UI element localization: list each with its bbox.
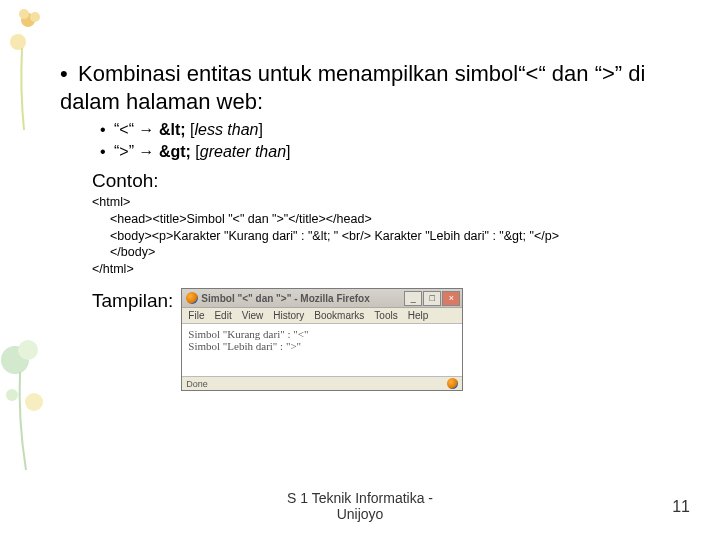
window-buttons: _ □ × [404, 291, 460, 306]
menu-file[interactable]: File [188, 310, 204, 321]
maximize-button[interactable]: □ [423, 291, 441, 306]
entity-code: &lt; [159, 121, 186, 138]
tampilan-label: Tampilan: [92, 288, 173, 312]
code-line: <head><title>Simbol "<" dan ">"</title><… [92, 211, 700, 228]
window-title: Simbol "<" dan ">" - Mozilla Firefox [201, 293, 369, 304]
menu-view[interactable]: View [242, 310, 264, 321]
entity-meaning: greater than [200, 143, 286, 160]
entity-code: &gt; [159, 143, 191, 160]
menu-bookmarks[interactable]: Bookmarks [314, 310, 364, 321]
svg-point-1 [19, 9, 29, 19]
slide-content: •Kombinasi entitas untuk menampilkan sim… [60, 60, 700, 391]
main-bullet-text: Kombinasi entitas untuk menampilkan simb… [60, 61, 645, 114]
svg-point-3 [10, 34, 26, 50]
svg-point-6 [6, 389, 18, 401]
slide-footer: S 1 Teknik Informatika - Unijoyo [0, 490, 720, 522]
code-line: <html> [92, 195, 130, 209]
code-line: <body><p>Karakter "Kurang dari" : "&lt; … [92, 228, 700, 245]
entity-meaning: less than [194, 121, 258, 138]
window-titlebar: Simbol "<" dan ">" - Mozilla Firefox _ □… [182, 289, 462, 308]
svg-point-2 [30, 12, 40, 22]
page-number: 11 [672, 498, 690, 516]
close-button[interactable]: × [442, 291, 460, 306]
svg-point-5 [18, 340, 38, 360]
svg-point-4 [1, 346, 29, 374]
sub-bullet-list: •“<“ → &lt; [less than] •“>” → &gt; [gre… [100, 119, 700, 164]
tampilan-row: Tampilan: Simbol "<" dan ">" - Mozilla F… [92, 288, 700, 391]
bullet-dot-icon: • [100, 141, 114, 163]
firefox-icon [186, 292, 198, 304]
menu-help[interactable]: Help [408, 310, 429, 321]
rendered-line-2: Simbol "Lebih dari" : ">" [188, 340, 456, 352]
menu-tools[interactable]: Tools [374, 310, 397, 321]
contoh-label: Contoh: [92, 170, 700, 192]
firefox-icon [447, 378, 458, 389]
svg-point-7 [25, 393, 43, 411]
menu-history[interactable]: History [273, 310, 304, 321]
footer-text: S 1 Teknik Informatika - Unijoyo [287, 490, 433, 522]
code-example: <html> <head><title>Simbol "<" dan ">"</… [92, 194, 700, 278]
arrow-icon: → [138, 143, 154, 160]
sub-bullet-lt: •“<“ → &lt; [less than] [100, 119, 700, 141]
sub-bullet-gt: •“>” → &gt; [greater than] [100, 141, 700, 163]
svg-point-0 [21, 13, 35, 27]
minimize-button[interactable]: _ [404, 291, 422, 306]
quote-text: “<“ [114, 121, 134, 138]
bullet-dot-icon: • [60, 60, 78, 88]
code-line: </html> [92, 262, 134, 276]
status-bar: Done [182, 377, 462, 390]
bullet-dot-icon: • [100, 119, 114, 141]
menu-edit[interactable]: Edit [214, 310, 231, 321]
arrow-icon: → [138, 121, 154, 138]
rendered-line-1: Simbol "Kurang dari" : "<" [188, 328, 456, 340]
quote-text: “>” [114, 143, 134, 160]
menu-bar: File Edit View History Bookmarks Tools H… [182, 308, 462, 324]
status-text: Done [186, 379, 208, 389]
browser-viewport: Simbol "Kurang dari" : "<" Simbol "Lebih… [182, 324, 462, 377]
main-bullet: •Kombinasi entitas untuk menampilkan sim… [60, 60, 700, 115]
firefox-window: Simbol "<" dan ">" - Mozilla Firefox _ □… [181, 288, 463, 391]
code-line: </body> [92, 244, 700, 261]
